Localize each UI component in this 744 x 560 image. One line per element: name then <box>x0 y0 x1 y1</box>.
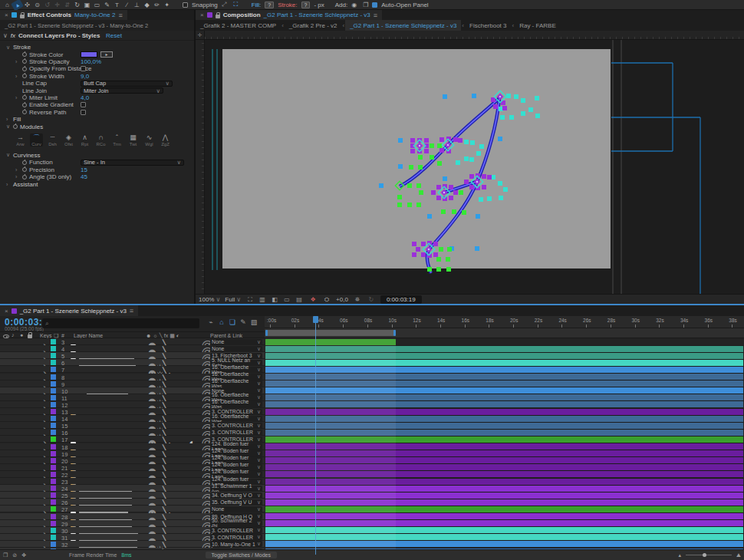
layer-label-chip[interactable] <box>51 535 56 540</box>
comp-tab-3[interactable]: _G2 Part 1 - Szenerie Schleppnetz - v3 <box>345 20 461 31</box>
parent-dropdown[interactable]: 34. Oeffnung V O∨ <box>210 492 262 499</box>
zoom-out-icon[interactable]: ▴ <box>679 552 682 558</box>
parent-dropdown[interactable]: None∨ <box>210 346 262 352</box>
channel-icon[interactable]: ❖ <box>308 296 318 303</box>
layer-label-chip[interactable] <box>51 465 56 470</box>
parent-dropdown[interactable]: None∨ <box>210 506 262 512</box>
preview-time[interactable]: 0:00:03:19 <box>380 295 422 304</box>
comp-tab-4[interactable]: Fischerboot 3 <box>465 20 511 31</box>
layer-label-chip[interactable] <box>51 451 56 456</box>
color-swatch[interactable] <box>81 51 97 58</box>
layer-row[interactable]: ›24 [Schwimmer Kugel]☻╲@31. Schwimmer 1 … <box>0 485 265 492</box>
snap-edges-icon[interactable]: ⛶ <box>231 1 241 9</box>
layer-row[interactable]: ›26 [Schwimmer Kugel]☻╲@35. Oeffnung V U… <box>0 499 265 506</box>
frame-blend-icon[interactable]: ❏ <box>227 318 238 326</box>
module-twt-button[interactable]: ▦Twt <box>127 133 140 147</box>
layer-label-chip[interactable] <box>51 388 56 394</box>
module-wgl-button[interactable]: ∿Wgl <box>143 133 156 147</box>
comp-tab-1[interactable]: _Grafik 2 - MASTER COMP <box>196 20 281 31</box>
layer-row[interactable]: ›32★ Many-to-One 1-Clone☻☼╲fx@10. Many-t… <box>0 541 265 548</box>
rotation-tool[interactable]: ↻ <box>72 1 82 9</box>
roto-brush-tool[interactable]: ✏ <box>152 1 162 9</box>
layer-label-chip[interactable] <box>51 492 56 498</box>
parent-dropdown[interactable]: 3. CONTROLLER∨ <box>210 423 262 429</box>
zoom-in-icon[interactable]: ⛰ <box>736 552 741 558</box>
layer-row[interactable]: ›31 Schwimmer 1 (vorne)☻╲@3. CONTROLLER∨ <box>0 534 265 541</box>
checkbox[interactable] <box>81 66 86 71</box>
property-fill[interactable]: ›Fill <box>0 116 194 123</box>
snap-angle-icon[interactable]: ⤢ <box>219 1 229 9</box>
layer-label-chip[interactable] <box>51 360 56 365</box>
view-option-icon-4[interactable]: ▭ <box>282 296 291 304</box>
panel-menu-icon[interactable]: ≡ <box>130 307 133 315</box>
property-value[interactable]: 9,0 <box>81 73 89 80</box>
property-reverse-path[interactable]: Reverse Path <box>0 109 194 116</box>
layer-label-chip[interactable] <box>51 346 56 351</box>
panel-menu-icon[interactable]: ≡ <box>374 12 377 19</box>
parent-dropdown[interactable]: 3. CONTROLLER∨ <box>210 534 262 540</box>
view-option-icon-2[interactable]: ▥ <box>258 296 267 304</box>
module-rco-button[interactable]: ∩RCo <box>94 133 107 147</box>
parent-dropdown[interactable]: 31. Schwimmer 1 (vo∨ <box>210 486 262 492</box>
work-area-bar[interactable] <box>265 330 396 336</box>
close-icon[interactable]: × <box>5 308 8 315</box>
property-modules[interactable]: ∨Modules <box>0 123 194 130</box>
parent-dropdown[interactable]: 16. Oberflaeche Was∨ <box>210 416 262 422</box>
playhead-line[interactable] <box>315 316 316 555</box>
parent-dropdown[interactable]: 35. Oeffnung V U∨ <box>210 499 262 506</box>
camera-tool-tool[interactable]: ▣ <box>82 1 92 9</box>
type-tool[interactable]: T <box>112 1 122 9</box>
layer-label-chip[interactable] <box>51 402 56 407</box>
property-angle-3d-only-[interactable]: ›Angle (3D only)45 <box>0 173 194 180</box>
composition-tab[interactable]: × Composition _G2 Part 1 - Szenerie Schl… <box>196 10 382 20</box>
eraser-tool[interactable]: ◆ <box>142 1 152 9</box>
zoom-tool[interactable]: ⊙ <box>32 1 42 9</box>
dolly-tool[interactable]: ⇵ <box>62 1 72 9</box>
expand-render-icon[interactable]: ⊘ <box>12 552 17 558</box>
layer-label-chip[interactable] <box>51 514 56 519</box>
parent-dropdown[interactable]: 16. Oberflaeche Was∨ <box>210 380 262 387</box>
resolution-dropdown[interactable]: Full∨ <box>225 296 241 303</box>
dropdown-function[interactable]: Sine - In∨ <box>81 160 184 166</box>
timeline-zoom-slider[interactable] <box>686 555 732 555</box>
layer-row[interactable]: ›25 [Schwimmer Kugel]☻╲@34. Oeffnung V O… <box>0 492 265 499</box>
property-value[interactable]: 45 <box>81 173 87 180</box>
view-option-icon-3[interactable]: ◧ <box>270 296 279 304</box>
magnification-dropdown[interactable]: 100%∨ <box>199 296 220 303</box>
layer-label-chip[interactable] <box>51 521 56 526</box>
track-area[interactable] <box>265 338 744 555</box>
comp-mini-flowchart-icon[interactable]: ⌁ <box>206 318 216 326</box>
fast-previews-icon[interactable]: ⛭ <box>322 296 331 304</box>
layer-label-chip[interactable] <box>51 395 56 400</box>
module-zgz-button[interactable]: ⋀ZgZ <box>159 133 172 147</box>
puppet-pin-tool[interactable]: ✦ <box>162 1 172 9</box>
snapping-toggle[interactable]: Snapping <box>183 2 218 8</box>
property-value[interactable]: 4,0 <box>81 94 89 101</box>
property-curviness[interactable]: ∨Curviness <box>0 152 194 159</box>
solo-column-icon[interactable]: ● <box>20 332 23 338</box>
brush-tool[interactable]: ∕ <box>122 1 132 9</box>
layer-label-chip[interactable] <box>51 499 56 505</box>
pen-tool[interactable]: ✎ <box>102 1 112 9</box>
expand-in-out-icon[interactable]: ❐ <box>3 552 8 558</box>
checkbox[interactable] <box>81 102 86 107</box>
close-icon[interactable]: × <box>200 12 204 18</box>
layer-row[interactable]: ›15★ ▣ Welle Repeater☻☼╲@3. CONTROLLER∨ <box>0 422 265 429</box>
work-area-start-handle[interactable] <box>265 330 268 336</box>
property-stroke-opacity[interactable]: ›Stroke Opacity100,0% <box>0 58 194 65</box>
property-line-cap[interactable]: Line CapButt Cap∨ <box>0 80 194 87</box>
layer-label-chip[interactable] <box>51 430 56 435</box>
parent-dropdown[interactable]: 10. Many-to-One 1∨ <box>210 541 262 547</box>
layer-name-column-header[interactable]: Layer Name <box>74 333 103 338</box>
layers-panel-icon[interactable]: ❐ <box>360 1 370 9</box>
timeline-tab[interactable]: × _G2 Part 1 - Szenerie Schleppnetz - v3… <box>0 305 138 316</box>
property-stroke[interactable]: ∨Stroke <box>0 44 194 51</box>
module-arw-button[interactable]: →Arw <box>14 133 27 147</box>
module-trm-button[interactable]: ˆTrm <box>110 133 123 147</box>
effect-controls-tab[interactable]: × Effect Controls Many-to-One 2 ≡ <box>0 10 127 20</box>
comp-tab-2[interactable]: _Grafik 2 Pre - v2 <box>285 20 342 31</box>
auto-open-panel-toggle[interactable]: Auto-Open Panel <box>372 2 428 8</box>
fill-swatch[interactable]: ? <box>265 2 274 8</box>
time-ruler[interactable]: :00s02s04s06s08s10s12s14s16s18s20s22s24s… <box>265 316 744 328</box>
add-button[interactable]: ◉ <box>349 1 359 9</box>
